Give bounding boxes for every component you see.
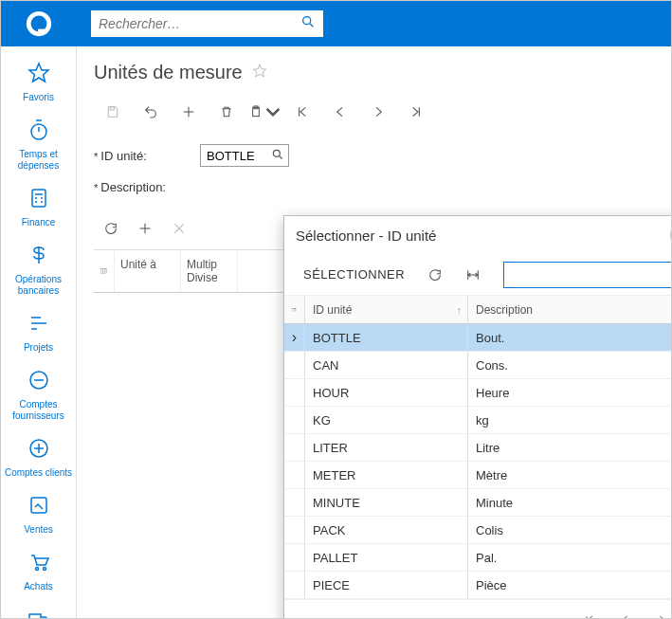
cell-id: LITER [305, 434, 468, 461]
last-button[interactable] [397, 97, 435, 127]
table-row[interactable]: LITERLitre [284, 434, 672, 462]
prev-button[interactable] [321, 97, 359, 127]
lookup-popup: Sélectionner - ID unité SÉLECTIONNER ID … [283, 215, 672, 619]
page-first-button[interactable] [574, 608, 605, 620]
sidebar-item-projets[interactable]: Projets [1, 306, 76, 363]
star-icon [27, 62, 50, 88]
select-button[interactable]: SÉLECTIONNER [294, 262, 414, 288]
row-marker [284, 379, 305, 406]
sidebar-item-temps[interactable]: Temps et dépenses [1, 113, 76, 181]
sidebar-item-label: Achats [24, 581, 53, 592]
row-marker [284, 517, 305, 543]
table-row[interactable]: PACKColis [284, 517, 672, 544]
popup-col-id[interactable]: ID unité↑ [305, 296, 468, 323]
sidebar-item-label: Favoris [23, 92, 54, 103]
sidebar-item-favoris[interactable]: Favoris [1, 56, 76, 113]
cell-id: MINUTE [305, 489, 468, 516]
sidebar-item-label: Temps et dépenses [3, 149, 74, 172]
refresh-grid-button[interactable] [94, 213, 128, 244]
popup-col-desc[interactable]: Description [468, 296, 672, 323]
page-next-button[interactable] [646, 608, 672, 620]
svg-rect-56 [295, 308, 296, 311]
cell-desc: Heure [468, 379, 672, 406]
id-unite-field[interactable] [200, 144, 289, 167]
add-row-button[interactable] [128, 213, 162, 244]
sidebar-item-stocks[interactable]: Stocks [1, 602, 76, 619]
table-row[interactable]: PALLETPal. [284, 544, 672, 572]
popup-grid-body: BOTTLEBout.CANCons.HOURHeureKGkgLITERLit… [284, 324, 672, 599]
table-row[interactable]: METERMètre [284, 462, 672, 489]
app-logo[interactable] [1, 1, 77, 46]
description-label: Description: [94, 180, 200, 194]
sidebar-item-label: Finance [22, 217, 56, 228]
popup-search-input[interactable] [510, 267, 672, 282]
table-row[interactable]: MINUTEMinute [284, 489, 672, 517]
sidebar-item-achats[interactable]: Achats [1, 545, 76, 602]
cell-desc: kg [468, 407, 672, 433]
columns-icon[interactable] [284, 296, 305, 323]
columns-icon[interactable] [94, 250, 115, 292]
sidebar-item-label: Projets [24, 342, 53, 354]
cell-desc: Cons. [468, 352, 672, 378]
maximize-icon[interactable] [665, 225, 672, 246]
svg-rect-55 [294, 308, 295, 311]
cell-id: PALLET [305, 544, 468, 571]
row-marker [284, 434, 305, 461]
popup-search[interactable] [503, 262, 672, 288]
first-button[interactable] [283, 97, 321, 127]
delete-row-button[interactable] [162, 213, 196, 244]
undo-button[interactable] [132, 97, 170, 127]
cell-id: BOTTLE [305, 324, 468, 351]
add-button[interactable] [170, 97, 208, 127]
sidebar-item-bank[interactable]: Opérations bancaires [1, 238, 76, 306]
svg-point-24 [35, 568, 38, 571]
svg-rect-44 [103, 268, 105, 273]
search-icon [300, 14, 316, 33]
cell-id: METER [305, 462, 468, 488]
grid-col-multip[interactable]: Multip Divise [181, 250, 238, 292]
table-row[interactable]: BOTTLEBout. [284, 324, 672, 352]
clipboard-button[interactable] [245, 97, 283, 127]
row-marker [284, 489, 305, 516]
global-search-input[interactable] [99, 16, 300, 31]
sidebar-item-ar[interactable]: Comptes clients [1, 431, 76, 488]
table-row[interactable]: KGkg [284, 407, 672, 434]
svg-marker-29 [253, 64, 265, 77]
fit-columns-button[interactable] [456, 262, 490, 288]
row-marker [284, 462, 305, 488]
page-prev-button[interactable] [610, 608, 641, 620]
cell-id: PIECE [305, 572, 468, 598]
sidebar-item-label: Opérations bancaires [3, 274, 74, 297]
favorite-toggle[interactable] [252, 64, 267, 82]
sidebar-item-ventes[interactable]: Ventes [1, 488, 76, 545]
minus-circle-icon [27, 369, 50, 395]
edit-icon [27, 494, 50, 520]
cell-desc: Pièce [468, 572, 672, 598]
sidebar-item-ap[interactable]: Comptes fournisseurs [1, 363, 76, 431]
top-bar [1, 1, 671, 46]
svg-point-3 [303, 17, 311, 25]
refresh-button[interactable] [418, 262, 452, 288]
lookup-icon[interactable] [271, 148, 284, 165]
delete-button[interactable] [208, 97, 245, 127]
sidebar-item-label: Comptes clients [5, 467, 72, 479]
table-row[interactable]: PIECEPièce [284, 572, 672, 599]
row-marker [284, 407, 305, 433]
sidebar-item-finance[interactable]: Finance [1, 181, 76, 238]
grid-col-unite[interactable]: Unité à [115, 250, 181, 292]
main-content: Unités de mesure ID unité: [77, 46, 671, 618]
row-marker [284, 544, 305, 571]
row-marker [284, 324, 305, 351]
record-toolbar [94, 97, 654, 127]
page-title: Unités de mesure [94, 62, 243, 83]
global-search[interactable] [91, 10, 323, 37]
save-button[interactable] [94, 97, 132, 127]
id-unite-input[interactable] [207, 149, 267, 163]
table-row[interactable]: HOURHeure [284, 379, 672, 407]
table-row[interactable]: CANCons. [284, 352, 672, 379]
next-button[interactable] [359, 97, 397, 127]
svg-marker-5 [29, 64, 48, 82]
sidebar-item-label: Ventes [24, 524, 53, 536]
popup-grid-header: ID unité↑ Description [284, 296, 672, 324]
popup-pager [284, 599, 672, 619]
